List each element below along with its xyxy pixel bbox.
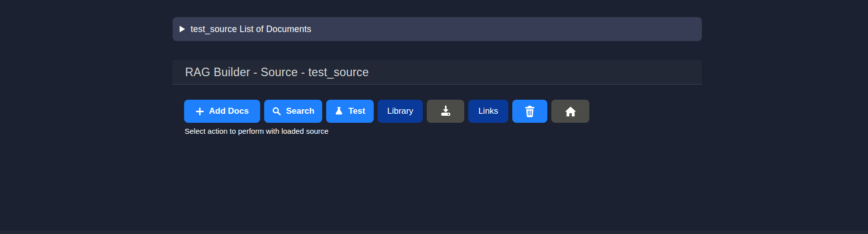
search-icon	[272, 107, 281, 116]
page-background: test_source List of Documents RAG Builde…	[0, 0, 868, 234]
download-button[interactable]	[427, 100, 464, 123]
library-button[interactable]: Library	[378, 100, 423, 123]
download-icon	[440, 105, 452, 117]
accordion-label: test_source List of Documents	[191, 24, 311, 35]
caret-right-icon	[179, 26, 186, 33]
add-docs-button[interactable]: Add Docs	[184, 100, 260, 123]
bottom-strip	[0, 230, 868, 234]
home-button[interactable]	[551, 100, 589, 123]
page-title: RAG Builder - Source - test_source	[185, 66, 369, 79]
action-toolbar: Add Docs Search Test Library	[184, 100, 589, 123]
delete-button[interactable]	[512, 100, 547, 123]
links-button[interactable]: Links	[468, 100, 508, 123]
library-label: Library	[387, 106, 413, 116]
home-icon	[565, 106, 576, 117]
test-button[interactable]: Test	[326, 100, 374, 123]
trash-icon	[524, 105, 535, 118]
toolbar-caption: Select action to perform with loaded sou…	[185, 127, 329, 135]
search-button[interactable]: Search	[264, 100, 322, 123]
links-label: Links	[478, 106, 498, 116]
documents-accordion-header[interactable]: test_source List of Documents	[173, 17, 702, 41]
flask-icon	[335, 107, 343, 116]
header-bar: RAG Builder - Source - test_source	[173, 60, 702, 85]
plus-icon	[196, 107, 204, 116]
add-docs-label: Add Docs	[209, 106, 249, 116]
test-label: Test	[348, 106, 365, 116]
search-label: Search	[286, 106, 315, 116]
